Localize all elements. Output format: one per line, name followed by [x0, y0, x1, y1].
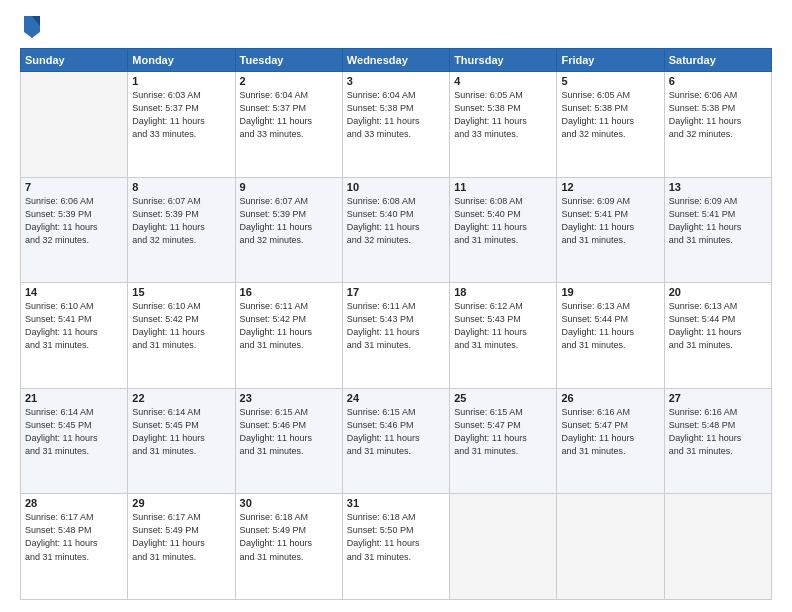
day-info: Sunrise: 6:07 AMSunset: 5:39 PMDaylight:…	[240, 195, 338, 247]
calendar-cell: 23 Sunrise: 6:15 AMSunset: 5:46 PMDaylig…	[235, 388, 342, 494]
day-info: Sunrise: 6:15 AMSunset: 5:46 PMDaylight:…	[347, 406, 445, 458]
day-info: Sunrise: 6:09 AMSunset: 5:41 PMDaylight:…	[561, 195, 659, 247]
day-info: Sunrise: 6:11 AMSunset: 5:43 PMDaylight:…	[347, 300, 445, 352]
calendar-cell: 26 Sunrise: 6:16 AMSunset: 5:47 PMDaylig…	[557, 388, 664, 494]
day-number: 31	[347, 497, 445, 509]
day-number: 30	[240, 497, 338, 509]
day-number: 25	[454, 392, 552, 404]
calendar-cell: 15 Sunrise: 6:10 AMSunset: 5:42 PMDaylig…	[128, 283, 235, 389]
calendar-cell	[21, 72, 128, 178]
day-number: 9	[240, 181, 338, 193]
calendar-table: SundayMondayTuesdayWednesdayThursdayFrid…	[20, 48, 772, 600]
calendar-cell: 2 Sunrise: 6:04 AMSunset: 5:37 PMDayligh…	[235, 72, 342, 178]
day-number: 17	[347, 286, 445, 298]
calendar-cell: 20 Sunrise: 6:13 AMSunset: 5:44 PMDaylig…	[664, 283, 771, 389]
day-info: Sunrise: 6:08 AMSunset: 5:40 PMDaylight:…	[347, 195, 445, 247]
day-info: Sunrise: 6:05 AMSunset: 5:38 PMDaylight:…	[561, 89, 659, 141]
day-number: 19	[561, 286, 659, 298]
calendar-cell: 31 Sunrise: 6:18 AMSunset: 5:50 PMDaylig…	[342, 494, 449, 600]
calendar-cell: 30 Sunrise: 6:18 AMSunset: 5:49 PMDaylig…	[235, 494, 342, 600]
calendar-cell: 17 Sunrise: 6:11 AMSunset: 5:43 PMDaylig…	[342, 283, 449, 389]
weekday-header: Friday	[557, 49, 664, 72]
day-info: Sunrise: 6:17 AMSunset: 5:48 PMDaylight:…	[25, 511, 123, 563]
calendar-cell: 5 Sunrise: 6:05 AMSunset: 5:38 PMDayligh…	[557, 72, 664, 178]
day-info: Sunrise: 6:10 AMSunset: 5:42 PMDaylight:…	[132, 300, 230, 352]
calendar-cell: 21 Sunrise: 6:14 AMSunset: 5:45 PMDaylig…	[21, 388, 128, 494]
calendar-cell: 11 Sunrise: 6:08 AMSunset: 5:40 PMDaylig…	[450, 177, 557, 283]
day-number: 4	[454, 75, 552, 87]
day-number: 11	[454, 181, 552, 193]
day-info: Sunrise: 6:13 AMSunset: 5:44 PMDaylight:…	[561, 300, 659, 352]
day-info: Sunrise: 6:04 AMSunset: 5:38 PMDaylight:…	[347, 89, 445, 141]
calendar-cell: 29 Sunrise: 6:17 AMSunset: 5:49 PMDaylig…	[128, 494, 235, 600]
calendar-cell: 28 Sunrise: 6:17 AMSunset: 5:48 PMDaylig…	[21, 494, 128, 600]
day-info: Sunrise: 6:14 AMSunset: 5:45 PMDaylight:…	[132, 406, 230, 458]
calendar-cell: 9 Sunrise: 6:07 AMSunset: 5:39 PMDayligh…	[235, 177, 342, 283]
day-number: 3	[347, 75, 445, 87]
day-number: 10	[347, 181, 445, 193]
calendar-cell	[450, 494, 557, 600]
day-number: 18	[454, 286, 552, 298]
day-info: Sunrise: 6:09 AMSunset: 5:41 PMDaylight:…	[669, 195, 767, 247]
day-info: Sunrise: 6:11 AMSunset: 5:42 PMDaylight:…	[240, 300, 338, 352]
calendar-cell: 22 Sunrise: 6:14 AMSunset: 5:45 PMDaylig…	[128, 388, 235, 494]
day-number: 6	[669, 75, 767, 87]
day-info: Sunrise: 6:16 AMSunset: 5:48 PMDaylight:…	[669, 406, 767, 458]
logo-icon	[22, 14, 42, 38]
day-number: 22	[132, 392, 230, 404]
day-number: 23	[240, 392, 338, 404]
calendar-cell	[664, 494, 771, 600]
weekday-header: Wednesday	[342, 49, 449, 72]
calendar-cell: 6 Sunrise: 6:06 AMSunset: 5:38 PMDayligh…	[664, 72, 771, 178]
calendar-cell: 7 Sunrise: 6:06 AMSunset: 5:39 PMDayligh…	[21, 177, 128, 283]
day-number: 8	[132, 181, 230, 193]
day-info: Sunrise: 6:18 AMSunset: 5:49 PMDaylight:…	[240, 511, 338, 563]
day-number: 21	[25, 392, 123, 404]
calendar-cell: 4 Sunrise: 6:05 AMSunset: 5:38 PMDayligh…	[450, 72, 557, 178]
header	[20, 18, 772, 38]
day-number: 5	[561, 75, 659, 87]
day-number: 1	[132, 75, 230, 87]
day-info: Sunrise: 6:10 AMSunset: 5:41 PMDaylight:…	[25, 300, 123, 352]
day-info: Sunrise: 6:16 AMSunset: 5:47 PMDaylight:…	[561, 406, 659, 458]
calendar-cell: 13 Sunrise: 6:09 AMSunset: 5:41 PMDaylig…	[664, 177, 771, 283]
day-number: 28	[25, 497, 123, 509]
calendar-cell: 10 Sunrise: 6:08 AMSunset: 5:40 PMDaylig…	[342, 177, 449, 283]
calendar-cell: 19 Sunrise: 6:13 AMSunset: 5:44 PMDaylig…	[557, 283, 664, 389]
day-info: Sunrise: 6:12 AMSunset: 5:43 PMDaylight:…	[454, 300, 552, 352]
day-info: Sunrise: 6:06 AMSunset: 5:38 PMDaylight:…	[669, 89, 767, 141]
calendar-cell: 14 Sunrise: 6:10 AMSunset: 5:41 PMDaylig…	[21, 283, 128, 389]
day-info: Sunrise: 6:05 AMSunset: 5:38 PMDaylight:…	[454, 89, 552, 141]
day-number: 12	[561, 181, 659, 193]
calendar-cell: 8 Sunrise: 6:07 AMSunset: 5:39 PMDayligh…	[128, 177, 235, 283]
weekday-header: Tuesday	[235, 49, 342, 72]
day-number: 7	[25, 181, 123, 193]
logo	[20, 18, 42, 38]
calendar-cell	[557, 494, 664, 600]
calendar-cell: 12 Sunrise: 6:09 AMSunset: 5:41 PMDaylig…	[557, 177, 664, 283]
day-number: 29	[132, 497, 230, 509]
day-info: Sunrise: 6:13 AMSunset: 5:44 PMDaylight:…	[669, 300, 767, 352]
day-number: 15	[132, 286, 230, 298]
day-info: Sunrise: 6:08 AMSunset: 5:40 PMDaylight:…	[454, 195, 552, 247]
calendar-cell: 1 Sunrise: 6:03 AMSunset: 5:37 PMDayligh…	[128, 72, 235, 178]
calendar-cell: 16 Sunrise: 6:11 AMSunset: 5:42 PMDaylig…	[235, 283, 342, 389]
weekday-header: Thursday	[450, 49, 557, 72]
day-number: 24	[347, 392, 445, 404]
day-info: Sunrise: 6:15 AMSunset: 5:47 PMDaylight:…	[454, 406, 552, 458]
day-info: Sunrise: 6:03 AMSunset: 5:37 PMDaylight:…	[132, 89, 230, 141]
day-number: 26	[561, 392, 659, 404]
weekday-header: Sunday	[21, 49, 128, 72]
day-number: 2	[240, 75, 338, 87]
calendar-cell: 18 Sunrise: 6:12 AMSunset: 5:43 PMDaylig…	[450, 283, 557, 389]
day-number: 27	[669, 392, 767, 404]
day-info: Sunrise: 6:06 AMSunset: 5:39 PMDaylight:…	[25, 195, 123, 247]
weekday-header: Saturday	[664, 49, 771, 72]
day-number: 14	[25, 286, 123, 298]
day-info: Sunrise: 6:15 AMSunset: 5:46 PMDaylight:…	[240, 406, 338, 458]
calendar-cell: 25 Sunrise: 6:15 AMSunset: 5:47 PMDaylig…	[450, 388, 557, 494]
day-info: Sunrise: 6:04 AMSunset: 5:37 PMDaylight:…	[240, 89, 338, 141]
day-info: Sunrise: 6:18 AMSunset: 5:50 PMDaylight:…	[347, 511, 445, 563]
weekday-header: Monday	[128, 49, 235, 72]
page: SundayMondayTuesdayWednesdayThursdayFrid…	[0, 0, 792, 612]
